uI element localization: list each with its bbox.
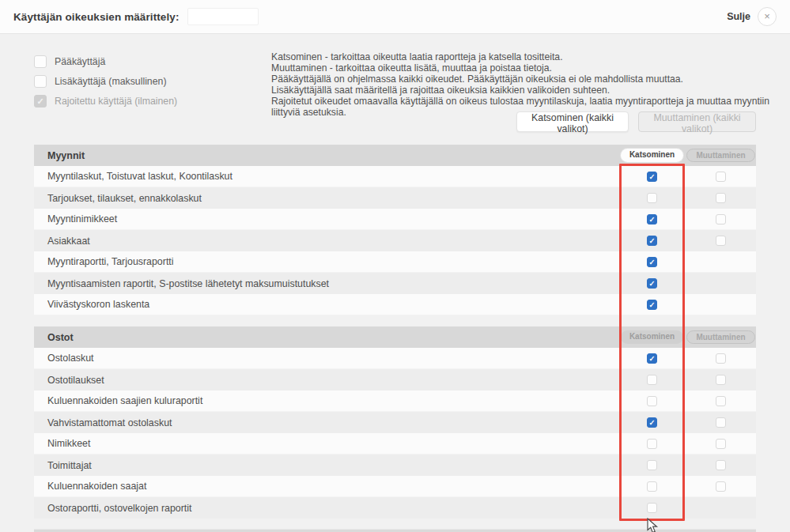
next-section-sliver [34,529,756,532]
close-label: Sulje [727,11,750,22]
table-row: Kuluennakoiden saajat [34,476,756,497]
user-type-lisakayttaja[interactable]: Lisäkäyttäjä (maksullinen) [34,74,166,89]
katsominen-checkbox[interactable] [647,353,657,364]
permissions-table: Myynnit Katsominen Muuttaminen Myyntilas… [34,145,756,519]
row-label: Nimikkeet [47,438,90,449]
muuttaminen-checkbox[interactable] [716,236,726,246]
muuttaminen-checkbox[interactable] [716,172,726,182]
table-row: Nimikkeet [34,433,756,455]
katsominen-column-pill[interactable]: Katsominen [621,330,683,344]
info-line: Katsominen - tarkoittaa oikeutta laatia … [271,52,785,63]
row-label: Ostotilaukset [47,375,104,386]
muuttaminen-checkbox[interactable] [716,460,726,470]
katsominen-checkbox[interactable] [647,193,657,203]
row-label: Myyntisaamisten raportit, S-postitse läh… [47,278,329,289]
row-label: Myyntinimikkeet [47,213,117,224]
katsominen-all-button[interactable]: Katsominen (kaikki valikot) [516,111,629,132]
katsominen-checkbox[interactable] [647,503,657,513]
info-line: Muuttaminen - tarkoittaa oikeutta lisätä… [271,63,785,74]
rajoitettu-checkbox[interactable] [34,95,47,108]
row-label: Tarjoukset, tilaukset, ennakkolaskut [47,193,202,204]
katsominen-checkbox[interactable] [647,396,657,406]
katsominen-checkbox[interactable] [647,375,657,385]
lisakayttaja-checkbox[interactable] [34,75,47,88]
user-name-input[interactable] [187,8,259,25]
table-row: Viivästyskoron laskenta [34,294,756,315]
user-type-label: Rajoitettu käyttäjä (ilmainen) [55,96,177,107]
section-header-ostot: Ostot Katsominen Muuttaminen [34,326,756,348]
row-label: Toimittajat [47,460,92,471]
paakayttaja-checkbox[interactable] [34,55,47,68]
muuttaminen-checkbox[interactable] [716,481,726,492]
muuttaminen-checkbox[interactable] [716,396,726,406]
katsominen-checkbox[interactable] [647,300,657,310]
user-type-label: Lisäkäyttäjä (maksullinen) [55,76,166,87]
muuttaminen-checkbox[interactable] [716,214,726,224]
section-header-myynnit: Myynnit Katsominen Muuttaminen [34,145,756,166]
katsominen-checkbox[interactable] [647,481,657,492]
row-label: Kuluennakoiden saajien kuluraportit [47,395,202,406]
permissions-dialog: Käyttäjän oikeuksien määrittely: Sulje ×… [0,0,790,532]
table-row: Myyntinimikkeet [34,209,756,230]
row-label: Myyntilaskut, Toistuvat laskut, Koontila… [47,171,232,182]
info-line: Pääkäyttäjällä on ohjelmassa kaikki oike… [271,74,785,85]
muuttaminen-checkbox[interactable] [716,193,726,203]
table-row: Ostolaskut [34,348,756,369]
row-label: Myyntiraportti, Tarjousraportti [47,256,174,267]
table-row: Myyntisaamisten raportit, S-postitse läh… [34,273,756,294]
row-label: Ostoraportti, ostovelkojen raportit [47,503,192,514]
section-gap [34,315,756,326]
close-icon[interactable]: × [758,7,777,26]
table-row: Tarjoukset, tilaukset, ennakkolaskut [34,187,756,209]
katsominen-checkbox[interactable] [647,172,657,182]
user-type-rajoitettu[interactable]: Rajoitettu käyttäjä (ilmainen) [34,93,177,109]
row-label: Kuluennakoiden saajat [47,481,146,492]
katsominen-checkbox[interactable] [647,257,657,267]
muuttaminen-column-pill[interactable]: Muuttaminen [686,330,754,344]
table-row: Toimittajat [34,455,756,476]
muuttaminen-checkbox[interactable] [716,375,726,385]
muuttaminen-all-button[interactable]: Muuttaminen (kaikki valikot) [638,111,756,132]
katsominen-column-pill[interactable]: Katsominen [621,149,683,162]
info-line: Lisäkäyttäjällä saat määritellä ja rajoi… [271,85,785,96]
row-label: Vahvistamattomat ostolaskut [47,417,172,428]
section-title: Myynnit [47,150,85,161]
section-body-ostot: Ostolaskut Ostotilaukset Kuluennakoiden … [34,348,756,519]
katsominen-checkbox[interactable] [647,278,657,289]
section-title: Ostot [47,332,74,343]
section-body-myynnit: Myyntilaskut, Toistuvat laskut, Koontila… [34,166,756,315]
muuttaminen-checkbox[interactable] [716,353,726,364]
table-row: Kuluennakoiden saajien kuluraportit [34,391,756,412]
table-row: Myyntiraportti, Tarjousraportti [34,251,756,273]
user-type-paakayttaja[interactable]: Pääkäyttäjä [34,54,105,70]
row-label: Ostolaskut [47,353,94,364]
row-label: Viivästyskoron laskenta [47,299,149,310]
table-row: Vahvistamattomat ostolaskut [34,412,756,433]
katsominen-checkbox[interactable] [647,236,657,246]
user-type-label: Pääkäyttäjä [55,56,105,67]
table-row: Ostoraportti, ostovelkojen raportit [34,497,756,519]
dialog-header: Käyttäjän oikeuksien määrittely: Sulje × [0,0,790,34]
table-row: Asiakkaat [34,230,756,251]
katsominen-checkbox[interactable] [647,460,657,470]
muuttaminen-checkbox[interactable] [716,439,726,449]
table-row: Myyntilaskut, Toistuvat laskut, Koontila… [34,166,756,187]
katsominen-checkbox[interactable] [647,214,657,224]
katsominen-checkbox[interactable] [647,417,657,428]
muuttaminen-checkbox[interactable] [716,417,726,428]
katsominen-checkbox[interactable] [647,439,657,449]
muuttaminen-column-pill[interactable]: Muuttaminen [686,149,754,162]
page-title: Käyttäjän oikeuksien määrittely: [13,11,180,23]
table-row: Ostotilaukset [34,369,756,391]
row-label: Asiakkaat [47,236,90,247]
permissions-info-text: Katsominen - tarkoittaa oikeutta laatia … [271,52,785,118]
